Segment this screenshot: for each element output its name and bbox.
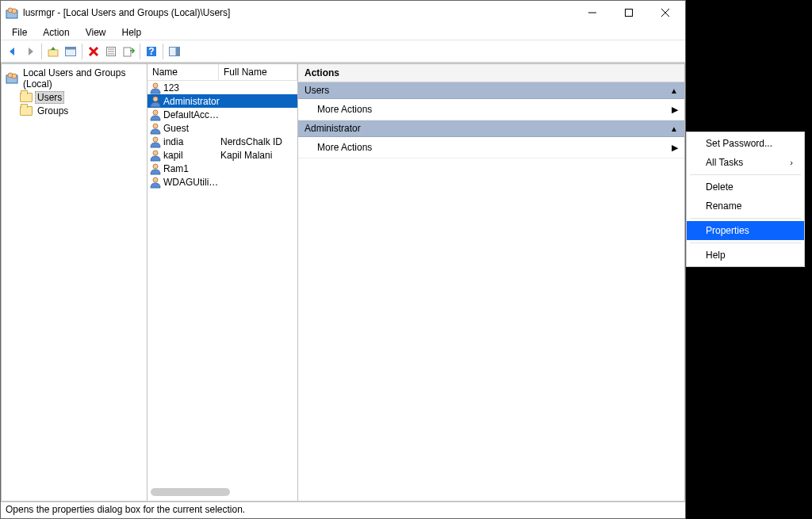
ctx-properties[interactable]: Properties — [687, 221, 804, 240]
svg-point-2 — [12, 9, 17, 13]
ctx-set-password[interactable]: Set Password... — [687, 134, 804, 153]
row-name: 123 — [163, 82, 220, 93]
ctx-all-tasks-label: All Tasks — [706, 157, 790, 168]
collapse-icon: ▲ — [670, 124, 678, 133]
list-row[interactable]: Administrator — [147, 94, 297, 108]
toolbar-sep — [140, 44, 140, 59]
actions-more-users[interactable]: More Actions ▶ — [298, 99, 684, 120]
actions-section-users[interactable]: Users ▲ — [298, 82, 684, 99]
menu-view[interactable]: View — [78, 25, 114, 40]
list-row[interactable]: Ram1 — [147, 162, 297, 175]
tree-root[interactable]: Local Users and Groups (Local) — [4, 67, 144, 90]
tree-groups-label: Groups — [35, 105, 71, 116]
row-fullname: NerdsChalk ID — [220, 136, 297, 147]
horizontal-scrollbar[interactable] — [151, 488, 230, 496]
menu-file[interactable]: File — [4, 25, 35, 40]
actions-title: Actions — [298, 64, 684, 82]
lusrmgr-icon — [6, 71, 18, 86]
list-body: 123AdministratorDefaultAcco...Guestindia… — [147, 81, 297, 189]
user-icon — [149, 176, 162, 189]
help-button[interactable]: ? — [143, 43, 160, 60]
show-hide-action-pane-button[interactable] — [166, 43, 183, 60]
list-row[interactable]: kapilKapil Malani — [147, 148, 297, 162]
user-icon — [149, 135, 162, 148]
svg-rect-20 — [176, 47, 180, 55]
menu-action[interactable]: Action — [35, 25, 77, 40]
user-icon — [149, 109, 162, 121]
row-name: WDAGUtility... — [163, 177, 220, 188]
svg-rect-16 — [124, 48, 131, 56]
user-icon — [149, 122, 162, 135]
chevron-right-icon: › — [790, 158, 793, 167]
list-row[interactable]: WDAGUtility... — [147, 175, 297, 189]
svg-point-30 — [153, 164, 158, 169]
svg-point-27 — [153, 124, 158, 128]
actions-more-users-label: More Actions — [317, 104, 672, 115]
ctx-help-label: Help — [706, 250, 793, 261]
app-icon — [6, 6, 18, 19]
ctx-rename[interactable]: Rename — [687, 197, 804, 216]
chevron-right-icon: ▶ — [672, 143, 678, 153]
delete-button[interactable] — [85, 43, 102, 60]
actions-section-admin-label: Administrator — [304, 123, 670, 134]
export-button[interactable] — [120, 43, 137, 60]
folder-icon — [20, 93, 33, 102]
actions-more-admin-label: More Actions — [317, 142, 672, 153]
row-fullname: Kapil Malani — [220, 150, 297, 161]
row-name: india — [163, 136, 220, 147]
collapse-icon: ▲ — [670, 86, 678, 95]
menu-help[interactable]: Help — [114, 25, 150, 40]
list-header: Name Full Name — [147, 64, 297, 81]
toolbar-sep — [41, 44, 42, 59]
actions-section-admin[interactable]: Administrator ▲ — [298, 120, 684, 137]
list-row[interactable]: 123 — [147, 81, 297, 94]
svg-point-31 — [153, 177, 158, 182]
row-name: Ram1 — [163, 163, 220, 174]
toolbar-sep — [163, 44, 163, 59]
ctx-rename-label: Rename — [706, 200, 793, 212]
svg-rect-7 — [48, 50, 58, 56]
toolbar: ? — [1, 40, 685, 63]
close-button[interactable] — [647, 1, 684, 25]
svg-rect-4 — [626, 10, 633, 17]
col-fullname[interactable]: Full Name — [219, 64, 297, 80]
tree-root-label: Local Users and Groups (Local) — [21, 67, 143, 90]
menubar: File Action View Help — [1, 25, 685, 40]
row-name: DefaultAcco... — [163, 109, 220, 120]
user-icon — [149, 95, 162, 108]
forward-button[interactable] — [21, 43, 39, 60]
list-row[interactable]: indiaNerdsChalk ID — [147, 135, 297, 148]
statusbar: Opens the properties dialog box for the … — [1, 502, 685, 518]
user-icon — [149, 149, 162, 162]
list-row[interactable]: Guest — [147, 121, 297, 135]
ctx-help[interactable]: Help — [687, 246, 804, 265]
svg-text:?: ? — [148, 46, 154, 57]
ctx-separator — [690, 218, 801, 219]
maximize-button[interactable] — [611, 1, 647, 25]
ctx-delete[interactable]: Delete — [687, 177, 804, 197]
properties-button[interactable] — [102, 43, 120, 60]
row-name: Guest — [163, 123, 220, 134]
tree-groups[interactable]: Groups — [4, 105, 144, 117]
actions-more-admin[interactable]: More Actions ▶ — [298, 137, 684, 158]
row-name: Administrator — [163, 96, 220, 107]
user-icon — [149, 82, 162, 94]
ctx-separator — [690, 242, 801, 243]
context-menu: Set Password... All Tasks › Delete Renam… — [686, 132, 805, 267]
list-row[interactable]: DefaultAcco... — [147, 108, 297, 121]
tree-pane: Local Users and Groups (Local) Users Gro… — [1, 63, 147, 502]
svg-point-29 — [153, 151, 158, 155]
actions-section-users-label: Users — [304, 85, 670, 96]
show-hide-tree-button[interactable] — [62, 43, 79, 60]
titlebar: lusrmgr - [Local Users and Groups (Local… — [1, 1, 685, 25]
col-name[interactable]: Name — [147, 64, 219, 80]
up-button[interactable] — [44, 43, 62, 60]
minimize-button[interactable] — [574, 1, 611, 25]
back-button[interactable] — [4, 43, 21, 60]
svg-rect-9 — [66, 47, 76, 49]
main-window: lusrmgr - [Local Users and Groups (Local… — [0, 0, 686, 519]
ctx-all-tasks[interactable]: All Tasks › — [687, 153, 804, 172]
tree-users[interactable]: Users — [4, 90, 144, 105]
window-title: lusrmgr - [Local Users and Groups (Local… — [23, 7, 574, 18]
svg-point-26 — [153, 110, 158, 115]
